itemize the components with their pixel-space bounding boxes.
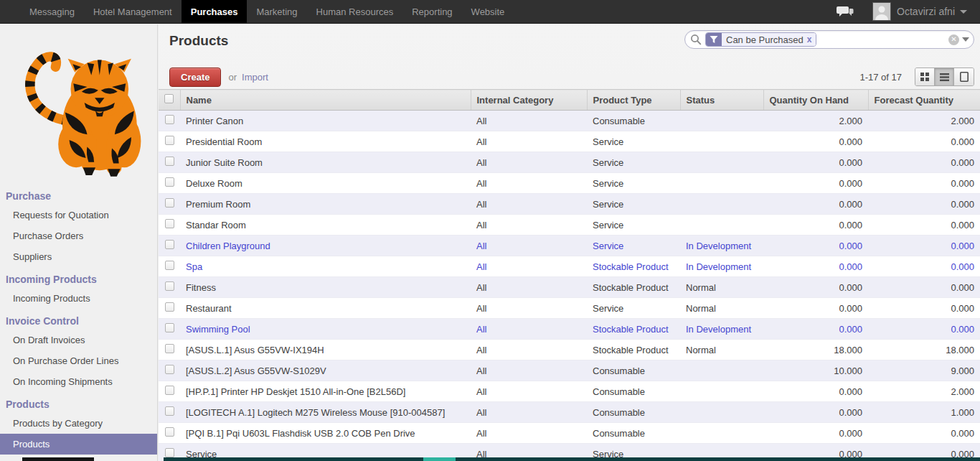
row-checkbox[interactable] [165, 157, 174, 166]
cell-name[interactable]: Restaurant [180, 298, 471, 319]
column-header-product-type[interactable]: Product Type [587, 90, 680, 111]
user-avatar[interactable] [872, 2, 891, 21]
list-view-button[interactable] [935, 68, 954, 85]
user-menu-caret-icon[interactable] [960, 10, 967, 14]
cell-name[interactable]: Premium Room [180, 194, 471, 215]
column-header-status[interactable]: Status [680, 90, 763, 111]
row-checkbox[interactable] [165, 261, 174, 270]
table-row[interactable]: Deluxe Room All Service 0.000 0.000 [159, 173, 980, 194]
row-checkbox[interactable] [165, 198, 174, 208]
row-checkbox[interactable] [165, 448, 174, 457]
chat-bubbles-icon[interactable] [837, 5, 854, 18]
search-dropdown-caret-icon[interactable] [962, 37, 969, 42]
sidebar-item-requests-for-quotation[interactable]: Requests for Quotation [0, 205, 157, 225]
sidebar-item-incoming-products[interactable]: Incoming Products [0, 288, 157, 309]
sidebar-item-suppliers[interactable]: Suppliers [0, 246, 157, 267]
sidebar-item-products-by-category[interactable]: Products by Category [0, 413, 157, 434]
filter-funnel-icon [706, 33, 722, 46]
cell-product-type: Service [587, 173, 680, 194]
row-checkbox[interactable] [165, 386, 174, 395]
cell-forecast-quantity: 0.000 [868, 298, 980, 319]
cell-name[interactable]: Presidential Room [180, 131, 471, 152]
sidebar-item-on-incoming-shipments[interactable]: On Incoming Shipments [0, 371, 157, 392]
menu-hotel-management[interactable]: Hotel Management [84, 0, 182, 23]
table-row[interactable]: [LOGITECH A.1] Logitech M275 Wireless Mo… [159, 402, 980, 423]
cell-name[interactable]: Printer Canon [180, 111, 471, 131]
row-checkbox[interactable] [165, 136, 174, 145]
select-all-checkbox[interactable] [164, 94, 174, 103]
table-row[interactable]: Swimming Pool All Stockable Product In D… [159, 319, 980, 340]
search-clear-icon[interactable]: ✕ [948, 34, 959, 45]
cell-name[interactable]: [ASUS.L.1] Asus G55VW-IX194H [180, 340, 471, 360]
cell-forecast-quantity: 0.000 [868, 423, 980, 444]
search-facet[interactable]: Can be Purchased x [705, 32, 816, 47]
menu-human-resources[interactable]: Human Resources [307, 0, 403, 23]
row-checkbox[interactable] [165, 115, 174, 124]
row-checkbox[interactable] [165, 177, 174, 187]
cell-name[interactable]: Swimming Pool [180, 319, 471, 340]
create-button[interactable]: Create [169, 67, 221, 87]
table-row[interactable]: Junior Suite Room All Service 0.000 0.00… [159, 152, 980, 173]
sidebar-section-invoice-control: Invoice Control [0, 309, 157, 330]
cell-name[interactable]: Standar Room [180, 215, 471, 236]
row-checkbox[interactable] [165, 281, 174, 291]
search-input[interactable] [816, 32, 948, 47]
search-box[interactable]: Can be Purchased x ✕ [684, 30, 974, 49]
table-row[interactable]: Spa All Stockable Product In Development… [159, 256, 980, 277]
table-row[interactable]: Presidential Room All Service 0.000 0.00… [159, 131, 980, 152]
list-lines-icon [940, 73, 949, 81]
user-name[interactable]: Octavirzi afni [897, 6, 955, 17]
bottom-edge-strip [0, 457, 980, 461]
column-header-forecast-quantity[interactable]: Forecast Quantity [868, 90, 980, 111]
cell-name[interactable]: Deluxe Room [180, 173, 471, 194]
column-header-internal-category[interactable]: Internal Category [471, 90, 587, 111]
cell-internal-category: All [471, 215, 587, 236]
menu-marketing[interactable]: Marketing [247, 0, 306, 23]
table-row[interactable]: [ASUS.L.1] Asus G55VW-IX194H All Stockab… [159, 340, 980, 360]
cell-name[interactable]: Fitness [180, 277, 471, 298]
menu-purchases[interactable]: Purchases [182, 0, 248, 23]
table-row[interactable]: [PQI B.1] Pqi U603L Flashdisk USB 2.0 CO… [159, 423, 980, 444]
cell-name[interactable]: [HP.P.1] Printer HP Deskjet 1510 All-in-… [180, 381, 471, 402]
menu-messaging[interactable]: Messaging [20, 0, 84, 23]
page-title: Products [169, 33, 228, 49]
menu-reporting[interactable]: Reporting [402, 0, 461, 23]
sidebar-item-products[interactable]: Products [0, 434, 157, 455]
table-row[interactable]: [ASUS.L.2] Asus G55VW-S1029V All Consuma… [159, 360, 980, 381]
table-row[interactable]: [HP.P.1] Printer HP Deskjet 1510 All-in-… [159, 381, 980, 402]
form-view-button[interactable] [954, 68, 974, 85]
column-header-name[interactable]: Name [180, 90, 471, 111]
sidebar-item-on-purchase-order-lines[interactable]: On Purchase Order Lines [0, 350, 157, 371]
row-checkbox[interactable] [165, 365, 174, 374]
import-link[interactable]: Import [242, 72, 268, 83]
row-checkbox[interactable] [165, 219, 174, 228]
row-checkbox[interactable] [165, 240, 174, 249]
cell-name[interactable]: Spa [180, 256, 471, 277]
table-row[interactable]: Fitness All Stockable Product Normal 0.0… [159, 277, 980, 298]
cell-status [680, 152, 763, 173]
cell-name[interactable]: [LOGITECH A.1] Logitech M275 Wireless Mo… [180, 402, 471, 423]
column-header-quantity-on-hand[interactable]: Quantity On Hand [763, 90, 868, 111]
table-row[interactable]: Printer Canon All Consumable 2.000 2.000 [159, 111, 980, 131]
cell-status: In Development [680, 236, 763, 256]
sidebar-item-on-draft-invoices[interactable]: On Draft Invoices [0, 330, 157, 350]
facet-remove-icon[interactable]: x [807, 34, 812, 45]
table-row[interactable]: Standar Room All Service 0.000 0.000 [159, 215, 980, 236]
table-row[interactable]: Restaurant All Service Normal 0.000 0.00… [159, 298, 980, 319]
cell-name[interactable]: Children Playground [180, 236, 471, 256]
cell-name[interactable]: [PQI B.1] Pqi U603L Flashdisk USB 2.0 CO… [180, 423, 471, 444]
menu-website[interactable]: Website [462, 0, 514, 23]
sidebar-item-purchase-orders[interactable]: Purchase Orders [0, 225, 157, 246]
row-checkbox[interactable] [165, 323, 174, 332]
row-checkbox[interactable] [165, 427, 174, 437]
cell-product-type: Service [587, 152, 680, 173]
row-checkbox[interactable] [165, 302, 174, 312]
cell-name[interactable]: Junior Suite Room [180, 152, 471, 173]
cell-name[interactable]: [ASUS.L.2] Asus G55VW-S1029V [180, 360, 471, 381]
table-row[interactable]: Premium Room All Service 0.000 0.000 [159, 194, 980, 215]
kanban-view-button[interactable] [915, 68, 935, 85]
cell-product-type: Consumable [587, 381, 680, 402]
table-row[interactable]: Children Playground All Service In Devel… [159, 236, 980, 256]
row-checkbox[interactable] [165, 344, 174, 353]
row-checkbox[interactable] [165, 406, 174, 416]
